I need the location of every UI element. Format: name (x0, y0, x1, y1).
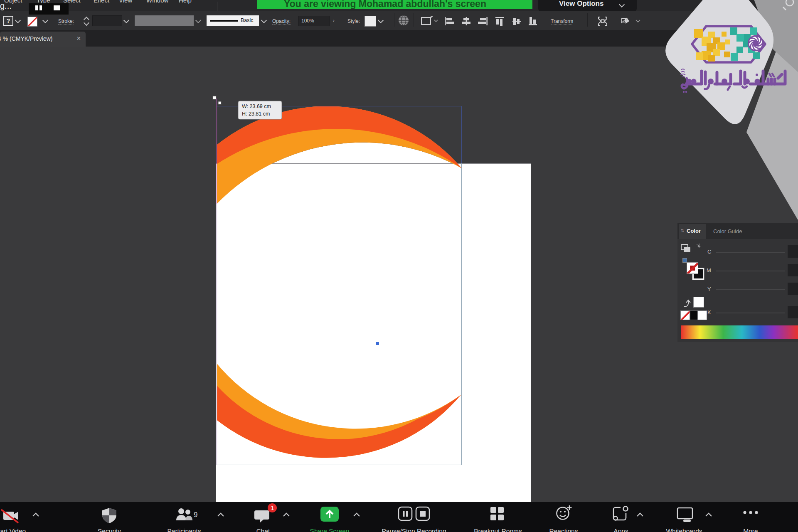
svg-text:Pause/Stop Recording: Pause/Stop Recording (382, 527, 446, 532)
svg-text:W: 23.69 cm: W: 23.69 cm (242, 103, 271, 109)
svg-text:Chat: Chat (256, 527, 270, 532)
svg-text:9: 9 (194, 511, 197, 519)
svg-text:Reactions: Reactions (549, 527, 578, 532)
svg-text:Breakout Rooms: Breakout Rooms (474, 527, 522, 532)
svg-text:Participants: Participants (167, 527, 201, 532)
svg-text:Share Screen: Share Screen (310, 527, 350, 532)
svg-text:More: More (743, 527, 758, 532)
svg-text:H: 23.81 cm: H: 23.81 cm (242, 111, 270, 117)
svg-text:1: 1 (271, 505, 274, 511)
svg-text:Apps: Apps (613, 527, 628, 532)
svg-text:Security: Security (98, 527, 121, 532)
svg-text:Start Video: Start Video (0, 527, 26, 532)
svg-text:Whiteboards: Whiteboards (666, 527, 702, 532)
